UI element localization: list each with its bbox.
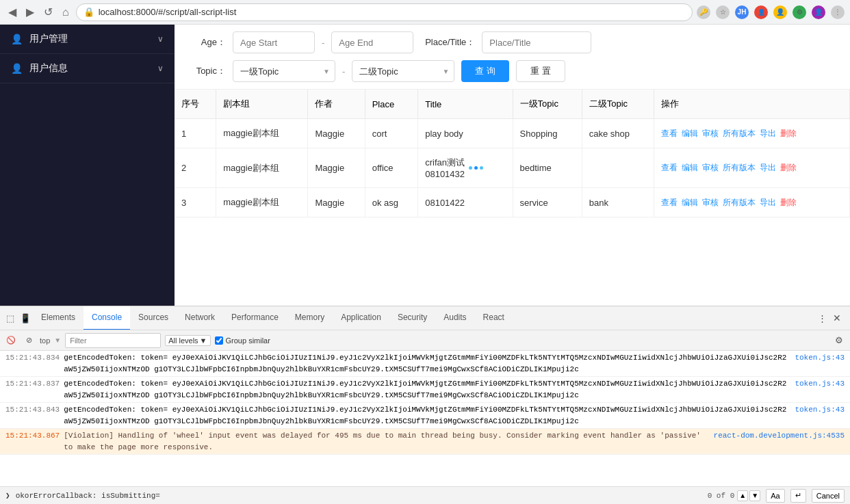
action-review-3[interactable]: 审核 bbox=[702, 197, 719, 209]
action-review-2[interactable]: 审核 bbox=[702, 162, 719, 174]
age-label: Age： bbox=[188, 36, 226, 49]
source-link-0[interactable]: token.js:43 bbox=[795, 352, 845, 364]
place-title-input[interactable] bbox=[482, 31, 591, 53]
reset-button[interactable]: 重 置 bbox=[516, 60, 565, 82]
source-link-2[interactable]: token.js:43 bbox=[795, 404, 845, 416]
console-entry-3: 15:21:43.867 [Violation] Handling of 'wh… bbox=[0, 429, 850, 455]
console-filter-icon[interactable]: ⊘ bbox=[22, 334, 36, 347]
cell-topic2-3: bank bbox=[582, 188, 654, 217]
address-bar[interactable]: 🔒 localhost:8000/#/script/all-script-lis… bbox=[76, 3, 693, 21]
chevron-down-icon-1: ∨ bbox=[157, 64, 164, 73]
table-wrapper: 序号 剧本组 作者 Place Title 一级Topic 二级Topic 操作… bbox=[175, 90, 850, 306]
action-versions-3[interactable]: 所有版本 bbox=[723, 197, 756, 209]
console-clear-icon[interactable]: 🚫 bbox=[4, 334, 18, 347]
font-size-button[interactable]: Aa bbox=[766, 489, 784, 503]
source-link-3[interactable]: react-dom.development.js:4535 bbox=[714, 430, 845, 442]
group-similar-checkbox[interactable] bbox=[215, 336, 223, 345]
action-delete-3[interactable]: 删除 bbox=[780, 197, 797, 209]
age-end-input[interactable] bbox=[331, 31, 413, 53]
wrap-button[interactable]: ↵ bbox=[790, 489, 806, 503]
tab-network[interactable]: Network bbox=[177, 306, 223, 330]
cell-place-2: office bbox=[365, 148, 418, 188]
counter-nav-buttons: ▲ ▼ bbox=[737, 490, 760, 501]
sidebar-item-user-info[interactable]: 👤 用户信息 ∨ bbox=[0, 54, 175, 83]
action-edit-2[interactable]: 编辑 bbox=[682, 162, 698, 174]
col-actions: 操作 bbox=[654, 90, 849, 119]
counter-prev-button[interactable]: ▲ bbox=[737, 490, 748, 501]
error-counter: 0 of 0 ▲ ▼ bbox=[708, 490, 761, 501]
extension-icon: ⚙ bbox=[793, 5, 806, 19]
sidebar-item-user-management[interactable]: 👤 用户管理 ∨ bbox=[0, 25, 175, 54]
action-edit-1[interactable]: 编辑 bbox=[682, 128, 698, 140]
counter-next-button[interactable]: ▼ bbox=[749, 490, 760, 501]
devtools-tabs: ⬚ 📱 Elements Console Sources Network Per… bbox=[0, 306, 850, 330]
cell-actions-3: 查看 编辑 审核 所有版本 导出 删除 bbox=[654, 188, 849, 217]
query-button[interactable]: 查 询 bbox=[461, 60, 509, 82]
age-start-input[interactable] bbox=[233, 31, 315, 53]
levels-dropdown[interactable]: All levels ▼ bbox=[165, 335, 210, 346]
browser-chrome: ◀ ▶ ↺ ⌂ 🔒 localhost:8000/#/script/all-sc… bbox=[0, 0, 850, 25]
action-versions-1[interactable]: 所有版本 bbox=[723, 128, 756, 140]
devtools-close-icon[interactable]: ✕ bbox=[829, 310, 845, 326]
cell-title-2: crifan测试08101432 bbox=[418, 148, 513, 188]
action-delete-2[interactable]: 删除 bbox=[780, 162, 797, 174]
tab-performance[interactable]: Performance bbox=[223, 306, 287, 330]
script-table: 序号 剧本组 作者 Place Title 一级Topic 二级Topic 操作… bbox=[175, 90, 850, 217]
action-view-2[interactable]: 查看 bbox=[661, 162, 678, 174]
table-row: 3 maggie剧本组 Maggie ok asg 08101422 servi… bbox=[175, 188, 850, 217]
console-content: 15:21:43.834 getEncodedToken: token= eyJ… bbox=[0, 351, 850, 486]
profile-icon-2: 👤 bbox=[754, 5, 768, 19]
tab-memory[interactable]: Memory bbox=[287, 306, 333, 330]
timestamp-3: 15:21:43.867 bbox=[5, 430, 60, 442]
action-export-3[interactable]: 导出 bbox=[760, 197, 776, 209]
browser-toolbar-icons: 🔑 ☆ JH 👤 👤 ⚙ 👤 ⋮ bbox=[697, 5, 845, 19]
topic-level2-wrapper: 二级Topic ▼ bbox=[352, 60, 454, 82]
console-toolbar: 🚫 ⊘ top ▼ All levels ▼ Group similar ⚙ bbox=[0, 330, 850, 351]
tab-react[interactable]: React bbox=[475, 306, 513, 330]
title-text-2: crifan测试08101432 bbox=[425, 157, 465, 179]
user-info-icon: 👤 bbox=[11, 63, 23, 74]
action-review-1[interactable]: 审核 bbox=[702, 128, 719, 140]
content-area: Age： - Place/Title： Topic： 一级Topic ▼ - bbox=[175, 25, 850, 306]
tab-application[interactable]: Application bbox=[333, 306, 389, 330]
nav-forward-button[interactable]: ▶ bbox=[23, 3, 37, 21]
nav-reload-button[interactable]: ↺ bbox=[41, 3, 55, 21]
tab-sources[interactable]: Sources bbox=[130, 306, 177, 330]
console-text-2: getEncodedToken: token= eyJ0eXAiOiJKV1Qi… bbox=[64, 404, 788, 427]
console-filter-input[interactable] bbox=[65, 333, 161, 348]
tab-elements[interactable]: Elements bbox=[33, 306, 83, 330]
action-view-1[interactable]: 查看 bbox=[661, 128, 678, 140]
action-edit-3[interactable]: 编辑 bbox=[682, 197, 698, 209]
table-header-row: 序号 剧本组 作者 Place Title 一级Topic 二级Topic 操作 bbox=[175, 90, 850, 119]
action-export-2[interactable]: 导出 bbox=[760, 162, 776, 174]
cell-actions-2: 查看 编辑 审核 所有版本 导出 删除 bbox=[654, 148, 849, 188]
nav-back-button[interactable]: ◀ bbox=[5, 3, 19, 21]
console-settings-icon[interactable]: ⚙ bbox=[832, 334, 846, 347]
tab-security[interactable]: Security bbox=[389, 306, 435, 330]
topic-level1-select[interactable]: 一级Topic bbox=[233, 60, 335, 82]
nav-home-button[interactable]: ⌂ bbox=[60, 3, 72, 21]
topic-level2-select[interactable]: 二级Topic bbox=[352, 60, 454, 82]
devtools-inspect-icon[interactable]: ⬚ bbox=[3, 310, 18, 326]
tab-audits[interactable]: Audits bbox=[435, 306, 474, 330]
console-text-0: getEncodedToken: token= eyJ0eXAiOiJKV1Qi… bbox=[64, 352, 788, 375]
group-similar-label[interactable]: Group similar bbox=[215, 336, 270, 345]
levels-label: All levels bbox=[168, 336, 198, 345]
cancel-button[interactable]: Cancel bbox=[812, 489, 845, 503]
profile-icon-jh: JH bbox=[735, 5, 749, 19]
cell-title-3: 08101422 bbox=[418, 188, 513, 217]
cell-id-2: 2 bbox=[175, 148, 216, 188]
source-link-1[interactable]: token.js:43 bbox=[795, 378, 845, 390]
cell-group-2: maggie剧本组 bbox=[216, 148, 308, 188]
counter-value: 0 of 0 bbox=[708, 492, 735, 500]
tab-console[interactable]: Console bbox=[83, 306, 130, 330]
col-id: 序号 bbox=[175, 90, 216, 119]
devtools-more-icon[interactable]: ⋮ bbox=[814, 310, 829, 326]
action-delete-1[interactable]: 删除 bbox=[780, 128, 797, 140]
action-view-3[interactable]: 查看 bbox=[661, 197, 678, 209]
action-versions-2[interactable]: 所有版本 bbox=[723, 162, 756, 174]
cell-author-1: Maggie bbox=[308, 119, 365, 148]
action-export-1[interactable]: 导出 bbox=[760, 128, 776, 140]
col-title: Title bbox=[418, 90, 513, 119]
devtools-device-icon[interactable]: 📱 bbox=[18, 310, 33, 326]
